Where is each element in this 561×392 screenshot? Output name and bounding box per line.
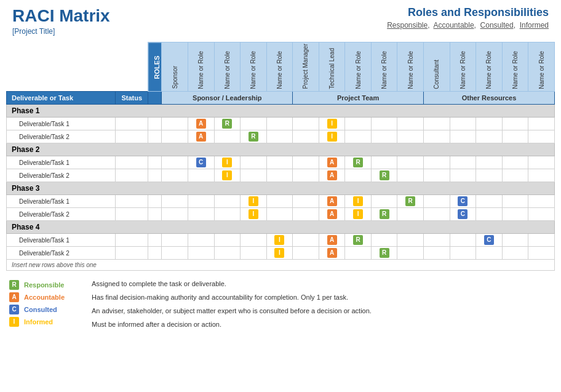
badge-R: R: [405, 196, 415, 206]
badge-I: I: [327, 132, 337, 142]
deliverable-header: Deliverable or Task: [7, 92, 116, 105]
section-header-row: Deliverable or Task Status Sponsor / Lea…: [7, 92, 555, 105]
raci-cell: C: [188, 156, 214, 169]
raci-cell: [266, 169, 293, 182]
col-role9: Name or Role: [476, 42, 503, 92]
informed-label: Informed: [520, 21, 549, 30]
raci-cell: [476, 195, 503, 208]
col-role8: Name or Role: [450, 42, 476, 92]
raci-cell: C: [476, 234, 503, 247]
task-name-cell: Deliverable/Task 1: [7, 195, 116, 208]
raci-cell: [188, 195, 214, 208]
raci-cell: I: [241, 208, 267, 221]
roles-spacer-cell: [148, 195, 162, 208]
raci-cell: [371, 195, 397, 208]
badge-R: R: [353, 235, 363, 245]
task-name-cell: Deliverable/Task 2: [7, 208, 116, 221]
phase-group-row: Phase 1: [7, 105, 555, 118]
raci-cell: [371, 130, 397, 143]
raci-cell: [424, 169, 450, 182]
raci-cell: [502, 130, 528, 143]
raci-cell: R: [345, 156, 372, 169]
status-cell: [116, 118, 148, 130]
legend-item: IInformed: [9, 317, 73, 327]
roles-spacer-cell: [148, 208, 162, 221]
raci-cell: R: [397, 195, 424, 208]
legend-desc-I: Must be informed after a decision or act…: [92, 321, 552, 332]
raci-cell: [371, 156, 397, 169]
raci-cell: I: [266, 247, 293, 260]
status-cell: [116, 247, 148, 260]
col-role2: Name or Role: [214, 42, 241, 92]
raci-cell: [241, 169, 267, 182]
legend-badge-C: C: [9, 305, 19, 314]
badge-I: I: [274, 235, 284, 245]
raci-cell: [293, 234, 319, 247]
badge-I: I: [353, 209, 363, 219]
col-role7: Name or Role: [397, 42, 424, 92]
raci-cell: I: [319, 130, 345, 143]
roles-title: Roles and Responsibilities: [387, 6, 549, 19]
badge-A: A: [327, 248, 337, 258]
raci-cell: [450, 234, 476, 247]
raci-cell: I: [345, 195, 372, 208]
raci-cell: [528, 195, 555, 208]
legend-label-A: Accountable: [24, 294, 73, 301]
raci-cell: [162, 195, 188, 208]
badge-R: R: [380, 170, 389, 180]
col-role4: Name or Role: [266, 42, 293, 92]
roles-label: ROLES: [148, 42, 162, 92]
raci-cell: [345, 118, 372, 130]
badge-I: I: [274, 248, 284, 258]
badge-I: I: [222, 170, 232, 180]
badge-C: C: [196, 158, 206, 167]
legend-section: RResponsibleAAccountableCConsultedIInfor…: [0, 274, 561, 338]
raci-cell: [345, 247, 372, 260]
legend-item: AAccountable: [9, 292, 73, 302]
roles-spacer-cell: [148, 169, 162, 182]
task-name-cell: Deliverable/Task 1: [7, 156, 116, 169]
status-cell: [116, 169, 148, 182]
raci-cell: [188, 234, 214, 247]
raci-cell: [528, 156, 555, 169]
raci-cell: [424, 130, 450, 143]
raci-cell: [293, 247, 319, 260]
raci-cell: A: [319, 208, 345, 221]
raci-cell: A: [319, 247, 345, 260]
task-name-cell: Deliverable/Task 1: [7, 118, 116, 130]
raci-cell: I: [345, 208, 372, 221]
col-role3: Name or Role: [241, 42, 267, 92]
raci-cell: [397, 130, 424, 143]
badge-C: C: [458, 196, 468, 206]
raci-cell: [241, 118, 267, 130]
raci-cell: [162, 130, 188, 143]
raci-cell: [476, 247, 503, 260]
roles-spacer: [148, 92, 162, 105]
raci-cell: [397, 118, 424, 130]
raci-cell: [476, 156, 503, 169]
badge-A: A: [196, 132, 206, 142]
raci-cell: A: [188, 118, 214, 130]
consulted-label: Consulted: [480, 21, 514, 30]
raci-cell: [528, 208, 555, 221]
task-col-header: [7, 42, 116, 92]
raci-cell: I: [266, 234, 293, 247]
raci-cell: [528, 118, 555, 130]
legend-descriptions: Assigned to complete the task or deliver…: [92, 280, 552, 332]
raci-cell: [162, 156, 188, 169]
table-row: Deliverable/Task 1ARI: [7, 118, 555, 130]
matrix-container: ROLES Sponsor Name or Role Name or Role …: [0, 42, 561, 271]
accountable-label: Accountable: [434, 21, 474, 30]
raci-cell: [266, 208, 293, 221]
raci-cell: [424, 195, 450, 208]
status-cell: [116, 156, 148, 169]
main-title: RACI Matrix: [12, 6, 110, 26]
raci-cell: [241, 234, 267, 247]
raci-cell: R: [371, 169, 397, 182]
status-cell: [116, 195, 148, 208]
raci-cell: [502, 208, 528, 221]
raci-cell: [397, 208, 424, 221]
raci-cell: C: [450, 195, 476, 208]
raci-cell: [266, 156, 293, 169]
badge-A: A: [327, 209, 337, 219]
